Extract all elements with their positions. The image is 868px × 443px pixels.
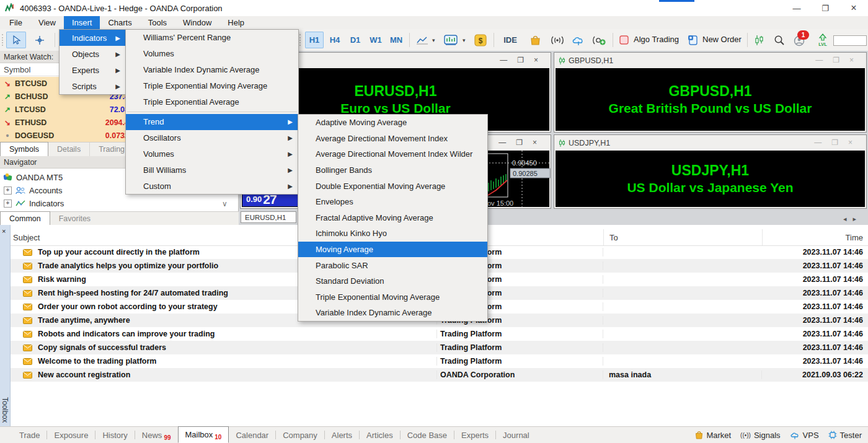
- add-signal-button[interactable]: [590, 32, 609, 48]
- chart-canvas[interactable]: GBPUSD,H1 Great British Pound vs US Doll…: [556, 68, 865, 131]
- close-icon[interactable]: ×: [534, 56, 538, 64]
- menu-item-bollinger-bands[interactable]: Bollinger Bands: [298, 162, 487, 178]
- algo-trading-toggle[interactable]: [618, 32, 630, 48]
- menu-view[interactable]: View: [30, 16, 64, 29]
- menu-item-fractal-adaptive-moving-average[interactable]: Fractal Adaptive Moving Average: [298, 210, 487, 226]
- chart-type-caret[interactable]: ▾: [432, 37, 435, 43]
- menu-item-bill-williams[interactable]: Bill Williams ▶: [126, 162, 298, 178]
- menu-item-custom[interactable]: Custom ▶: [126, 178, 298, 194]
- chart-title-bar[interactable]: GBPUSD,H1 — ❐ ×: [554, 53, 866, 68]
- tab-code-base[interactable]: Code Base: [401, 427, 454, 443]
- tab-articles[interactable]: Articles: [360, 427, 400, 443]
- timeframe-h1-button[interactable]: H1: [305, 32, 324, 48]
- menu-item-double-exponential-moving-average[interactable]: Double Exponential Moving Average: [298, 178, 487, 194]
- indicator-window-button[interactable]: [441, 32, 460, 48]
- levels-button[interactable]: LVL: [815, 32, 831, 48]
- close-icon[interactable]: ×: [848, 138, 852, 147]
- menu-item-volumes[interactable]: Volumes: [126, 46, 298, 62]
- tab-favorites[interactable]: Favorites: [50, 212, 99, 226]
- maximize-icon[interactable]: ❐: [516, 138, 523, 147]
- menu-insert[interactable]: Insert: [64, 16, 100, 29]
- mailbox-row[interactable]: Copy signals of successful traders Tradi…: [11, 341, 868, 354]
- menu-item-triple-exponential-average[interactable]: Triple Exponential Average: [126, 94, 298, 110]
- menu-item-indicators[interactable]: Indicators ▶: [60, 30, 126, 46]
- tab-alerts[interactable]: Alerts: [325, 427, 359, 443]
- menu-file[interactable]: File: [1, 16, 30, 29]
- chart-window-gbpusd[interactable]: GBPUSD,H1 — ❐ × GBPUSD,H1 Great British …: [554, 52, 867, 133]
- status-vps[interactable]: VPS: [790, 431, 819, 440]
- minimized-chart-bar-eurusd[interactable]: EURUSD,H1: [241, 211, 296, 223]
- scroll-left-icon[interactable]: ◂: [843, 215, 847, 223]
- close-icon[interactable]: ×: [533, 138, 537, 147]
- timeframe-d1-button[interactable]: D1: [346, 32, 365, 48]
- expand-icon[interactable]: +: [4, 200, 12, 208]
- tab-company[interactable]: Company: [276, 427, 324, 443]
- menu-item-adaptive-moving-average[interactable]: Adaptive Moving Average: [298, 115, 487, 131]
- menu-tools[interactable]: Tools: [140, 16, 175, 29]
- menu-item-average-directional-movement-index[interactable]: Average Directional Movement Index: [298, 131, 487, 147]
- menu-item-envelopes[interactable]: Envelopes: [298, 194, 487, 210]
- menu-item-parabolic-sar[interactable]: Parabolic SAR: [298, 257, 487, 273]
- crosshair-tool-button[interactable]: [30, 32, 50, 48]
- indicator-caret[interactable]: ▾: [463, 37, 466, 43]
- restore-button[interactable]: ❐: [811, 0, 839, 16]
- column-to[interactable]: To: [604, 229, 763, 245]
- mailbox-row[interactable]: Robots and indicators can improve your t…: [11, 327, 868, 341]
- menu-item-standard-deviation[interactable]: Standard Deviation: [298, 273, 487, 289]
- tab-history[interactable]: History: [95, 427, 134, 443]
- signals-broadcast-button[interactable]: [548, 32, 567, 48]
- close-icon[interactable]: ×: [849, 56, 854, 64]
- new-order-label[interactable]: New Order: [702, 35, 742, 44]
- status-tester[interactable]: Tester: [828, 431, 862, 440]
- menu-item-triple-exponential-moving-average[interactable]: Triple Exponential Moving Average: [126, 77, 298, 94]
- currency-button[interactable]: $: [472, 32, 489, 48]
- menu-item-oscillators[interactable]: Oscillators ▶: [126, 130, 298, 146]
- menu-item-variable-index-dynamic-average-trend[interactable]: Variable Index Dynamic Average: [298, 305, 487, 321]
- menu-item-experts[interactable]: Experts ▶: [60, 62, 126, 78]
- menu-item-variable-index-dynamic-average[interactable]: Variable Index Dynamic Average: [126, 62, 298, 78]
- menu-item-trend[interactable]: Trend ▶: [126, 114, 298, 130]
- menu-item-average-directional-movement-index-wilder[interactable]: Average Directional Movement Index Wilde…: [298, 146, 487, 162]
- tab-mailbox[interactable]: Mailbox10: [178, 426, 229, 443]
- menu-item-scripts[interactable]: Scripts ▶: [60, 78, 126, 94]
- scroll-right-icon[interactable]: ▸: [853, 215, 857, 223]
- chart-window-usdjpy[interactable]: USDJPY,H1 — ❐ × USDJPY,H1 US Dollar vs J…: [554, 134, 867, 209]
- tab-calendar[interactable]: Calendar: [229, 427, 275, 443]
- maximize-icon[interactable]: ❐: [517, 56, 524, 64]
- menu-charts[interactable]: Charts: [100, 16, 140, 29]
- new-order-button[interactable]: [686, 32, 699, 48]
- menu-item-objects[interactable]: Objects ▶: [60, 46, 126, 62]
- tab-experts[interactable]: Experts: [454, 427, 495, 443]
- market-store-button[interactable]: [527, 32, 543, 48]
- minimize-icon[interactable]: —: [815, 56, 823, 64]
- toolbar-grip[interactable]: [299, 34, 303, 46]
- close-button[interactable]: ×: [839, 0, 868, 16]
- minimize-icon[interactable]: —: [500, 56, 507, 64]
- toolbar-grip[interactable]: [2, 34, 5, 46]
- minimize-icon[interactable]: —: [498, 138, 506, 147]
- menu-item-williams-percent-range[interactable]: Williams' Percent Range: [126, 30, 298, 46]
- menu-window[interactable]: Window: [175, 16, 219, 29]
- vps-cloud-button[interactable]: [569, 32, 588, 48]
- algo-trading-label[interactable]: Algo Trading: [634, 35, 679, 44]
- cursor-tool-button[interactable]: [6, 32, 26, 48]
- expand-icon[interactable]: +: [4, 186, 12, 195]
- menu-item-ichimoku-kinko-hyo[interactable]: Ichimoku Kinko Hyo: [298, 226, 487, 242]
- tab-journal[interactable]: Journal: [496, 427, 536, 443]
- tab-common[interactable]: Common: [0, 211, 50, 226]
- toolbar-input[interactable]: [833, 35, 867, 46]
- status-signals[interactable]: ((•)) Signals: [740, 431, 780, 440]
- minimize-button[interactable]: —: [782, 0, 811, 16]
- maximize-icon[interactable]: ❐: [833, 56, 839, 64]
- toolbox-close-icon[interactable]: ×: [2, 227, 6, 235]
- mailbox-row[interactable]: Welcome to the trading platform Trading …: [11, 354, 868, 368]
- menu-item-volumes-group[interactable]: Volumes ▶: [126, 146, 298, 162]
- tab-trade[interactable]: Trade: [12, 427, 46, 443]
- menu-item-triple-exponential-moving-average-trend[interactable]: Triple Exponential Moving Average: [298, 289, 487, 305]
- navigator-indicators-item[interactable]: + Indicators: [0, 197, 238, 210]
- maximize-icon[interactable]: ❐: [831, 138, 838, 147]
- tab-exposure[interactable]: Exposure: [47, 427, 95, 443]
- chart-shift-button[interactable]: [751, 32, 768, 48]
- ide-button[interactable]: IDE: [498, 32, 522, 48]
- minimize-icon[interactable]: —: [814, 138, 822, 147]
